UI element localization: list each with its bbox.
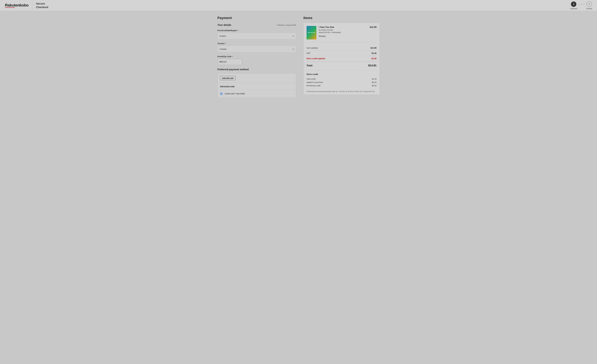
total-row: Total: $14.81 <box>306 62 377 69</box>
province-select-wrapper: Ontario British Columbia Alberta Quebec … <box>218 33 296 39</box>
step2-circle: 2 <box>587 1 592 7</box>
payment-panel: Payment Your details * indicates a requi… <box>218 16 296 101</box>
total-credit-value: $1.00 <box>372 78 377 80</box>
step-review: 2 Review <box>586 1 592 10</box>
book-title: I Owe You One <box>319 26 367 29</box>
book-format: eBook (EPUB 3, Reflowable) <box>319 31 367 33</box>
logo-kobo: kobo <box>20 3 28 7</box>
country-label: Country * <box>218 42 296 45</box>
remaining-value: $0.00 <box>372 85 377 87</box>
remove-button[interactable]: Remove <box>319 35 326 37</box>
items-title: Items <box>304 16 380 20</box>
province-group: Province/State/Region * Ontario British … <box>218 29 296 39</box>
gift-card-row: Add gift card <box>218 73 296 83</box>
logo[interactable]: Rakutenkobo <box>5 3 29 8</box>
applied-value: -$1.00 <box>371 81 377 83</box>
cart-subtotal-value: $13.99 <box>370 47 377 49</box>
step-payment: 1 Payment <box>570 1 577 10</box>
your-details-title: Your details <box>218 23 231 26</box>
payment-title: Payment <box>218 16 296 20</box>
province-select[interactable]: Ontario British Columbia Alberta Quebec … <box>218 33 296 39</box>
store-credit-applied-value: -$1.00 <box>371 57 377 60</box>
order-summary: Cart subtotal: $13.99 HST: $1.82 Store c… <box>306 45 377 70</box>
items-panel: Items I Owe You One I Owe You One by Sop… <box>304 16 380 101</box>
postal-label: Postal/Zip Code * <box>218 55 296 57</box>
remaining-label: Remaining credit: <box>306 85 321 87</box>
book-item: I Owe You One I Owe You One by Sophie Ki… <box>306 26 377 42</box>
total-value: $14.81 <box>368 64 377 67</box>
main-content: Payment Your details * indicates a requi… <box>212 11 385 106</box>
step1-circle: 1 <box>571 1 576 7</box>
cart-subtotal-label: Cart subtotal: <box>306 47 318 49</box>
store-credit-title: Store credit <box>306 73 377 76</box>
step-connector <box>578 4 585 4</box>
step2-label: Review <box>586 8 592 10</box>
promo-code-row: Add promo code <box>218 83 296 90</box>
remaining-row: Remaining credit: $0.00 <box>306 84 377 87</box>
logo-text: Rakutenkobo <box>5 3 29 7</box>
applied-row: Applied to purchase: -$1.00 <box>306 81 377 84</box>
site-header: Rakutenkobo SecureCheckout 1 Payment 2 R… <box>0 0 597 11</box>
items-box: I Owe You One I Owe You One by Sophie Ki… <box>304 23 380 95</box>
store-credit-applied-row: Store credit applied: -$1.00 <box>306 56 377 61</box>
payment-method-title: Preferred payment method <box>218 68 296 71</box>
payment-method-container: Add gift card Add promo code Credit card… <box>218 73 296 98</box>
total-credit-row: Total credit: $1.00 <box>306 77 377 81</box>
country-group: Country * Canada United States United Ki… <box>218 42 296 53</box>
credit-card-radio[interactable] <box>220 92 223 95</box>
checkout-steps: 1 Payment 2 Review <box>570 1 592 10</box>
store-credit-section: Store credit Total credit: $1.00 Applied… <box>306 70 377 88</box>
applied-label: Applied to purchase: <box>306 81 323 83</box>
logo-rakuten: Rakuten <box>5 3 20 7</box>
your-details-header: Your details * indicates a required fiel… <box>218 23 296 26</box>
transactions-note: All transactions processed by Rakuten Ko… <box>306 90 377 93</box>
book-cover-image: I Owe You One <box>306 26 316 39</box>
book-author: by Sophie Kinsella <box>319 29 367 31</box>
radio-dot-inner <box>221 93 222 94</box>
secure-checkout-title: SecureCheckout <box>36 2 48 9</box>
total-credit-label: Total credit: <box>306 78 316 80</box>
cart-subtotal-row: Cart subtotal: $13.99 <box>306 46 377 51</box>
add-gift-card-button[interactable]: Add gift card <box>220 76 236 80</box>
country-select[interactable]: Canada United States United Kingdom Aust… <box>218 46 296 52</box>
book-price: $13.99 <box>370 26 377 29</box>
total-label: Total: <box>306 64 313 67</box>
add-promo-button[interactable]: Add promo code <box>220 85 235 87</box>
logo-underline <box>5 7 15 8</box>
hst-label: HST: <box>306 52 311 54</box>
country-select-wrapper: Canada United States United Kingdom Aust… <box>218 46 296 53</box>
payment-method-group: Preferred payment method Add gift card A… <box>218 68 296 98</box>
province-label: Province/State/Region * <box>218 29 296 31</box>
postal-group: Postal/Zip Code * M6K1A7 <box>218 55 296 65</box>
store-credit-applied-label: Store credit applied: <box>306 57 326 60</box>
book-details: I Owe You One by Sophie Kinsella eBook (… <box>319 26 367 37</box>
required-note: * indicates a required field <box>276 24 296 26</box>
credit-card-row[interactable]: Credit card / Visa Debit <box>218 90 296 98</box>
hst-value: $1.82 <box>371 52 377 54</box>
postal-input[interactable]: M6K1A7 <box>218 59 242 65</box>
credit-card-label: Credit card / Visa Debit <box>225 93 245 95</box>
step1-label: Payment <box>570 8 577 10</box>
hst-row: HST: $1.82 <box>306 51 377 56</box>
